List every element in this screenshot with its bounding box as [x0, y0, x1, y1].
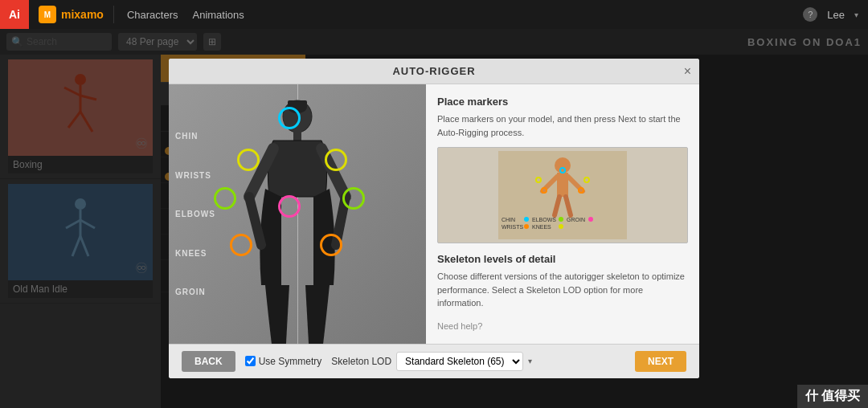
skeleton-chevron-icon: ▾: [528, 357, 532, 365]
next-button[interactable]: NEXT: [635, 351, 686, 372]
use-symmetry-checkbox[interactable]: [245, 356, 256, 366]
label-knees: KNEES: [175, 249, 215, 258]
label-elbows: ELBOWS: [175, 210, 215, 218]
skeleton-lod-title: Skeleton levels of detail: [437, 253, 688, 265]
label-wrists: WRISTS: [175, 171, 215, 180]
user-label[interactable]: Lee: [827, 9, 845, 21]
place-markers-text: Place markers on your model, and then pr…: [437, 112, 688, 139]
skeleton-lod-row: Skeleton LOD Standard Skeleton (65) ▾: [331, 352, 532, 371]
help-icon[interactable]: ?: [803, 7, 817, 22]
marker-left-shoulder[interactable]: [237, 149, 260, 171]
watermark-text: 值得买: [821, 389, 860, 402]
mixamo-title: mixamo: [61, 8, 104, 21]
nav-characters[interactable]: Characters: [127, 9, 178, 21]
mixamo-logo-icon: M: [39, 6, 56, 23]
svg-text:GROIN: GROIN: [567, 217, 585, 222]
use-symmetry-label: Use Symmetry: [259, 356, 322, 367]
watermark: 什 值得买: [797, 385, 868, 408]
model-canvas-area: CHIN WRISTS ELBOWS KNEES GROIN: [169, 84, 426, 344]
modal-close-button[interactable]: ×: [684, 64, 691, 79]
svg-point-33: [524, 217, 529, 222]
svg-text:WRISTS: WRISTS: [502, 224, 524, 230]
modal-overlay: AUTO-RIGGER × CHIN WRISTS ELBOWS KNEES: [0, 29, 868, 408]
modal-title: AUTO-RIGGER: [392, 65, 475, 77]
svg-point-35: [524, 224, 529, 229]
back-button[interactable]: BACK: [182, 351, 235, 372]
model-canvas: CHIN WRISTS ELBOWS KNEES GROIN: [169, 84, 426, 344]
svg-rect-14: [288, 100, 307, 105]
watermark-icon: 什: [805, 389, 818, 402]
svg-point-39: [559, 224, 563, 229]
auto-rigger-modal: AUTO-RIGGER × CHIN WRISTS ELBOWS KNEES: [169, 59, 699, 378]
need-help-link[interactable]: Need help?: [437, 321, 482, 331]
model-preview-image: CHIN WRISTS ELBOWS KNEES GROIN: [437, 147, 688, 243]
svg-point-37: [559, 217, 563, 222]
use-symmetry-checkbox-row: Use Symmetry: [245, 356, 322, 367]
nav-links: Characters Animations: [114, 9, 257, 21]
marker-right-shoulder[interactable]: [325, 149, 347, 171]
modal-header: AUTO-RIGGER ×: [169, 59, 699, 84]
svg-point-41: [588, 217, 593, 222]
label-groin: GROIN: [175, 288, 215, 296]
label-chin: CHIN: [175, 132, 215, 141]
marker-left-elbow[interactable]: [214, 187, 236, 210]
marker-right-wrist[interactable]: [320, 234, 342, 256]
character-svg: [217, 92, 378, 344]
svg-line-18: [249, 197, 261, 245]
svg-text:CHIN: CHIN: [502, 217, 515, 222]
user-chevron[interactable]: ▾: [854, 10, 858, 19]
adobe-logo: Ai: [0, 0, 29, 29]
mixamo-brand: M mixamo: [29, 6, 114, 23]
skeleton-lod-label: Skeleton LOD: [331, 356, 391, 367]
modal-body: CHIN WRISTS ELBOWS KNEES GROIN: [169, 84, 699, 344]
skeleton-lod-text: Choose different versions of the autorig…: [437, 270, 688, 310]
marker-chest[interactable]: [278, 195, 301, 218]
marker-labels: CHIN WRISTS ELBOWS KNEES GROIN: [175, 84, 215, 344]
main-area: ♾ Boxing ♾ Old Man Idle: [0, 55, 868, 408]
marker-right-elbow[interactable]: [342, 187, 365, 210]
preview-svg: CHIN WRISTS ELBOWS KNEES GROIN: [498, 151, 627, 239]
marker-chin[interactable]: [278, 107, 301, 129]
skeleton-lod-select[interactable]: Standard Skeleton (65): [396, 352, 523, 371]
svg-rect-15: [293, 131, 301, 141]
nav-right: ? Lee ▾: [803, 7, 868, 22]
place-markers-title: Place markers: [437, 96, 688, 108]
modal-right-panel: Place markers Place markers on your mode…: [426, 84, 699, 344]
modal-footer: BACK Use Symmetry Skeleton LOD Standard …: [169, 344, 699, 378]
svg-text:KNEES: KNEES: [532, 224, 551, 230]
marker-left-wrist[interactable]: [230, 234, 252, 256]
nav-animations[interactable]: Animations: [193, 9, 244, 21]
svg-text:ELBOWS: ELBOWS: [532, 217, 556, 222]
svg-point-21: [555, 157, 571, 173]
top-nav: Ai M mixamo Characters Animations ? Lee …: [0, 0, 868, 29]
